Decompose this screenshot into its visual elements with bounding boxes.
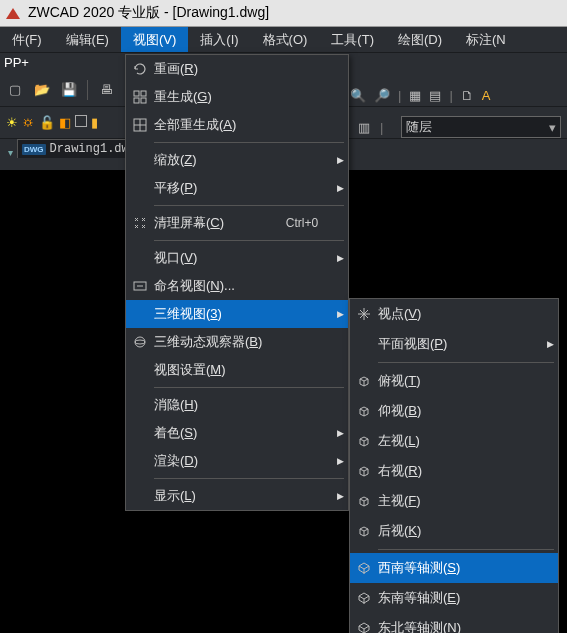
table-icon[interactable]: ▤ xyxy=(429,88,441,103)
submenu-item[interactable]: 左视(L) xyxy=(350,426,558,456)
zoom-icon[interactable]: 🔍 xyxy=(350,88,366,103)
bulb-icon[interactable]: ☀ xyxy=(6,115,18,130)
separator: | xyxy=(380,120,383,135)
layer-dropdown[interactable]: 随层 xyxy=(401,116,561,138)
submenu-item-label: 后视(K) xyxy=(378,522,542,540)
cube-icon xyxy=(350,434,378,448)
submenu-item[interactable]: 右视(R) xyxy=(350,456,558,486)
menu-item-label: 重生成(G) xyxy=(154,88,272,106)
submenu-item[interactable]: 东南等轴测(E) xyxy=(350,583,558,613)
menu-item[interactable]: 重画(R) xyxy=(126,55,348,83)
menu-item[interactable]: 命名视图(N)... xyxy=(126,272,348,300)
submenu-item-label: 左视(L) xyxy=(378,432,542,450)
menu-separator xyxy=(378,549,554,550)
svg-rect-2 xyxy=(134,98,139,103)
text-a-icon[interactable]: A xyxy=(482,88,491,103)
viewpoint-icon xyxy=(350,307,378,321)
menu-item-label: 重画(R) xyxy=(154,60,272,78)
submenu-item-label: 西南等轴测(S) xyxy=(378,559,542,577)
iso-icon xyxy=(350,561,378,575)
menu-separator xyxy=(154,205,344,206)
menu-view[interactable]: 视图(V) xyxy=(121,27,188,52)
menu-item[interactable]: 清理屏幕(C)Ctrl+0 xyxy=(126,209,348,237)
menu-item[interactable]: 缩放(Z)▶ xyxy=(126,146,348,174)
submenu-item[interactable]: 主视(F) xyxy=(350,486,558,516)
menu-format[interactable]: 格式(O) xyxy=(251,27,320,52)
clean-icon xyxy=(126,216,154,230)
menu-edit[interactable]: 编辑(E) xyxy=(54,27,121,52)
submenu-arrow-icon: ▶ xyxy=(332,155,348,165)
print-icon[interactable]: 🖶 xyxy=(97,81,115,99)
submenu-arrow-icon: ▶ xyxy=(332,309,348,319)
view-dropdown-menu: 重画(R)重生成(G)全部重生成(A)缩放(Z)▶平移(P)▶清理屏幕(C)Ct… xyxy=(125,54,349,511)
submenu-item-label: 东北等轴测(N) xyxy=(378,619,542,633)
menu-item-label: 消隐(H) xyxy=(154,396,272,414)
lock-icon[interactable]: 🔓 xyxy=(39,115,55,130)
submenu-item[interactable]: 俯视(T) xyxy=(350,366,558,396)
separator xyxy=(87,80,88,100)
iso-icon xyxy=(350,591,378,605)
swatch-icon[interactable]: ▮ xyxy=(91,115,98,130)
zoom-ext-icon[interactable]: 🔎 xyxy=(374,88,390,103)
submenu-item[interactable]: 西南等轴测(S) xyxy=(350,553,558,583)
doc-icon[interactable]: 🗋 xyxy=(461,88,474,103)
open-icon[interactable]: 📂 xyxy=(33,81,51,99)
new-icon[interactable]: ▢ xyxy=(6,81,24,99)
menu-insert[interactable]: 插入(I) xyxy=(188,27,250,52)
layer-dropdown-label: 随层 xyxy=(406,118,432,136)
right-toolbar: 🔍 🔎 | ▦ ▤ | 🗋 A xyxy=(350,88,490,103)
tab-collapse-icon[interactable]: ▾ xyxy=(8,147,13,158)
submenu-item[interactable]: 后视(K) xyxy=(350,516,558,546)
menu-item-label: 平移(P) xyxy=(154,179,272,197)
menu-item[interactable]: 视口(V)▶ xyxy=(126,244,348,272)
menu-item-label: 显示(L) xyxy=(154,487,272,505)
submenu-item-label: 视点(V) xyxy=(378,305,542,323)
menu-file[interactable]: 件(F) xyxy=(0,27,54,52)
menu-item[interactable]: 着色(S)▶ xyxy=(126,419,348,447)
menu-item-label: 着色(S) xyxy=(154,424,272,442)
menu-item[interactable]: 三维视图(3)▶ xyxy=(126,300,348,328)
orbit-icon xyxy=(126,335,154,349)
menu-item[interactable]: 消隐(H) xyxy=(126,391,348,419)
dwg-file-icon: DWG xyxy=(22,144,46,155)
submenu-arrow-icon: ▶ xyxy=(332,456,348,466)
menu-bar: 件(F) 编辑(E) 视图(V) 插入(I) 格式(O) 工具(T) 绘图(D)… xyxy=(0,27,567,53)
submenu-item[interactable]: 东北等轴测(N) xyxy=(350,613,558,633)
menu-item-label: 渲染(D) xyxy=(154,452,272,470)
save-icon[interactable]: 💾 xyxy=(60,81,78,99)
menu-item[interactable]: 视图设置(M) xyxy=(126,356,348,384)
sun-icon[interactable]: ⛭ xyxy=(22,115,35,130)
menu-separator xyxy=(378,362,554,363)
cube-icon xyxy=(350,524,378,538)
svg-rect-1 xyxy=(141,91,146,96)
menu-item[interactable]: 重生成(G) xyxy=(126,83,348,111)
svg-point-7 xyxy=(135,340,145,344)
menu-item[interactable]: 渲染(D)▶ xyxy=(126,447,348,475)
regen-all-icon xyxy=(126,118,154,132)
menu-item[interactable]: 平移(P)▶ xyxy=(126,174,348,202)
menu-item-label: 全部重生成(A) xyxy=(154,116,272,134)
submenu-item-label: 东南等轴测(E) xyxy=(378,589,542,607)
menu-tools[interactable]: 工具(T) xyxy=(319,27,386,52)
menu-dim[interactable]: 标注(N xyxy=(454,27,518,52)
menu-draw[interactable]: 绘图(D) xyxy=(386,27,454,52)
submenu-item-label: 仰视(B) xyxy=(378,402,542,420)
submenu-arrow-icon: ▶ xyxy=(332,491,348,501)
submenu-item[interactable]: 平面视图(P)▶ xyxy=(350,329,558,359)
menu-item[interactable]: 显示(L)▶ xyxy=(126,482,348,510)
submenu-item[interactable]: 仰视(B) xyxy=(350,396,558,426)
menu-item[interactable]: 全部重生成(A) xyxy=(126,111,348,139)
layout-icon[interactable]: ▦ xyxy=(409,88,421,103)
submenu-item-label: 主视(F) xyxy=(378,492,542,510)
menu-item-label: 视图设置(M) xyxy=(154,361,272,379)
regen-icon xyxy=(126,90,154,104)
named-view-icon xyxy=(126,279,154,293)
color-icon[interactable]: ◧ xyxy=(59,115,71,130)
menu-item[interactable]: 三维动态观察器(B) xyxy=(126,328,348,356)
tile-icon[interactable]: ▥ xyxy=(358,120,370,135)
submenu-item[interactable]: 视点(V) xyxy=(350,299,558,329)
submenu-arrow-icon: ▶ xyxy=(542,339,558,349)
cube-icon xyxy=(350,494,378,508)
square-icon[interactable] xyxy=(75,115,87,130)
menu-item-label: 清理屏幕(C) xyxy=(154,214,272,232)
